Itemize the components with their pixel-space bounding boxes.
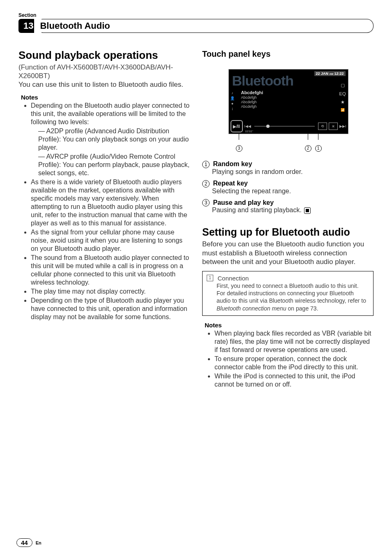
connection-box: 1 Connection First, you need to connect … [202,271,374,316]
list-item: When playing back files recorded as VBR … [214,329,374,354]
key-number: 3 [202,199,210,206]
page-number: 44 [16,538,32,547]
list-item: The play time may not display correctly. [31,287,190,296]
key-body: Playing songs in random order. [212,168,374,176]
meta-line: Abcdefgh [241,100,263,104]
note-icon: ♪ [230,91,235,95]
disc-icon: ● [230,102,235,106]
left-icon-strip: ♪ 👤 ● i [230,91,235,112]
random-button[interactable]: ⤨ [329,123,338,130]
home-icon: ▢ [338,83,347,88]
box-line-1: First, you need to connect a Bluetooth a… [217,282,369,290]
box-step-number: 1 [207,275,213,281]
sound-playback-heading: Sound playback operations [18,49,190,61]
key-desc-play-pause: 3 Pause and play key Pausing and startin… [202,199,374,214]
key-heading: Repeat key [213,180,248,187]
key-desc-repeat: 2 Repeat key Selecting the repeat range. [202,180,374,195]
key-number: 2 [202,180,210,188]
progress-bar[interactable] [254,126,315,127]
callout-1: 1 [315,145,322,152]
time-counter: 88'88" [245,130,253,133]
sub-list: — A2DP profile (Advanced Audio Distribut… [31,127,190,177]
callout-line [318,133,318,140]
key-body-text: Pausing and starting playback. [212,206,302,213]
right-column: Touch panel keys Bluetooth 22 JAN AM 12:… [202,49,374,393]
touch-panel-screenshot: Bluetooth 22 JAN AM 12:22 ♪ 👤 ● i Abcdef… [228,69,348,143]
key-number: 1 [202,161,210,168]
stop-icon [304,207,311,214]
notes-heading-right: Notes [205,322,374,329]
star-icon: ★ [338,100,347,105]
meta-line: Abcdefgh [241,95,263,100]
eq-icon: EQ [338,91,347,96]
list-item: As there is a wide variety of Bluetooth … [31,178,190,227]
right-icon-strip: ▢ EQ ★ 📶 [338,83,347,115]
callout-2: 2 [305,145,311,152]
page-footer: 44 En [16,538,42,547]
box-line-2-em: Bluetooth connection menu [217,305,286,312]
key-body: Selecting the repeat range. [212,188,374,195]
callout-number: 1 [315,145,322,152]
list-item: Depending on the type of Bluetooth audio… [31,297,190,321]
clock-ampm: AM [330,73,333,75]
chapter-bar: 13 Bluetooth Audio [18,19,374,33]
model-note: (Function of AVH-X5600BT/AVH-X3600DAB/AV… [18,63,190,81]
language-code: En [36,540,42,545]
key-heading: Random key [213,160,252,167]
track-title: Abcdefghi [241,90,263,95]
info-icon: i [230,107,235,111]
track-metadata: Abcdefghi Abcdefgh Abcdefgh Abcdefgh [241,90,263,109]
list-item: While the iPod is connected to this unit… [214,372,374,389]
clock-time: 12:22 [334,72,344,76]
intro-text: You can use this unit to listen to Bluet… [18,80,190,89]
box-line-2a: For detailed instructions on connecting … [217,290,366,304]
list-item: — A2DP profile (Advanced Audio Distribut… [38,127,190,152]
list-item: Depending on the Bluetooth audio player … [31,102,190,177]
clock-readout: 22 JAN AM 12:22 [314,71,346,76]
bullet-text: Depending on the Bluetooth audio player … [31,102,189,125]
key-desc-random: 1 Random key Playing songs in random ord… [202,160,374,176]
next-track-icon[interactable]: ▶▶I [339,124,346,128]
touch-panel-heading: Touch panel keys [202,49,374,59]
screen-area: Bluetooth 22 JAN AM 12:22 ♪ 👤 ● i Abcdef… [228,69,348,134]
list-item: As the signal from your cellular phone m… [31,228,190,253]
callout-line [308,133,308,140]
prev-track-icon[interactable]: I◀◀ [244,124,251,128]
callout-number: 3 [236,145,242,152]
setup-heading: Setting up for Bluetooth audio [202,226,374,238]
list-item: To ensure proper operation, connect the … [214,355,374,371]
callouts: 3 2 1 [228,143,348,152]
key-body: Pausing and starting playback. [212,206,374,214]
notes-list-left: Depending on the Bluetooth audio player … [18,102,190,321]
list-item: The sound from a Bluetooth audio player … [31,254,190,287]
key-heading: Pause and play key [213,199,274,206]
person-icon: 👤 [230,96,235,100]
chapter-title: Bluetooth Audio [40,21,110,31]
play-pause-button[interactable]: ▶/II [231,120,243,132]
clock-date: 22 JAN [316,72,329,76]
notes-heading-left: Notes [21,94,190,101]
callout-line [239,133,239,140]
box-line-2b: on page 73. [286,305,318,312]
setup-intro: Before you can use the Bluetooth audio f… [202,240,374,266]
meta-line: Abcdefgh [241,104,263,109]
section-label: Section [18,12,374,18]
bluetooth-word: Bluetooth [232,73,294,89]
callout-3: 3 [236,145,242,152]
box-step-title: Connection [217,275,249,282]
left-column: Sound playback operations (Function of A… [18,49,190,393]
signal-icon: 📶 [338,108,347,112]
list-item: — AVRCP profile (Audio/Video Remote Cont… [38,153,190,177]
chapter-title-wrap: Bluetooth Audio [37,19,374,33]
repeat-button[interactable]: ⟲ [318,123,327,130]
box-line-2: For detailed instructions on connecting … [217,290,369,312]
callout-number: 2 [305,145,311,152]
notes-list-right: When playing back files recorded as VBR … [202,329,374,389]
